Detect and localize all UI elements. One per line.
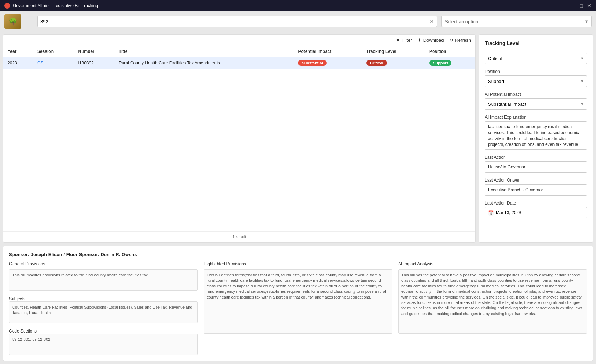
- subjects-text: Counties, Health Care Facilities, Politi…: [9, 301, 198, 323]
- app-icon: [4, 3, 10, 9]
- cell-position: Support: [425, 57, 475, 69]
- col-year: Year: [3, 46, 33, 57]
- highlighted-provisions-label: Highlighted Provisions: [204, 261, 392, 266]
- highlighted-provisions-block: Highlighted Provisions This bill defines…: [204, 261, 392, 355]
- logo: [4, 14, 21, 29]
- last-action-owner-label: Last Action Onwer: [485, 178, 587, 183]
- last-action-date-wrapper: 📅: [485, 207, 587, 218]
- table-row[interactable]: 2023 GS HB0392 Rural County Health Care …: [3, 57, 475, 69]
- app-title: Government Affairs - Legislative Bill Tr…: [13, 3, 568, 8]
- general-provisions-block: General Provisions This bill modifies pr…: [9, 261, 198, 355]
- refresh-label: Refresh: [455, 38, 471, 43]
- ai-impact-explanation-group: AI Impact Explanation facilities tax to …: [485, 115, 587, 150]
- app-container: ✕ Select an option ▼ ▼ Filter ⬇ Download: [0, 11, 596, 364]
- cell-number: HB0392: [74, 57, 114, 69]
- tracking-level-badge: Critical: [366, 60, 387, 66]
- filter-label: Filter: [402, 38, 412, 43]
- cell-tracking-level: Critical: [362, 57, 425, 69]
- last-action-date-label: Last Action Date: [485, 201, 587, 206]
- window-controls: ─ □ ✕: [571, 3, 592, 8]
- logo-area: [4, 14, 33, 29]
- general-provisions-text: This bill modifies provisions related to…: [9, 269, 198, 291]
- data-table: Year Session Number Title Potential Impa…: [3, 46, 475, 69]
- highlighted-provisions-text: This bill defines terms;clarifies that a…: [204, 269, 392, 334]
- last-action-group: Last Action: [485, 155, 587, 173]
- position-group: Position Support Oppose Monitor Neutral …: [485, 69, 587, 87]
- option-select[interactable]: Select an option: [441, 16, 592, 27]
- position-select-wrapper: Support Oppose Monitor Neutral ▼: [485, 75, 587, 87]
- tracking-level-select-wrapper: Critical High Medium Low ▼: [485, 53, 587, 64]
- code-sections-label: Code Sections: [9, 329, 198, 334]
- position-label: Position: [485, 69, 587, 74]
- titlebar: Government Affairs - Legislative Bill Tr…: [0, 0, 596, 11]
- ai-impact-analysis-block: AI Impact Analysis This bill has the pot…: [398, 261, 587, 355]
- option-select-wrapper: Select an option ▼: [441, 16, 592, 27]
- download-button[interactable]: ⬇ Download: [418, 38, 444, 43]
- col-tracking-level: Tracking Level: [362, 46, 425, 57]
- ai-potential-impact-label: AI Potential Impact: [485, 92, 587, 97]
- col-position: Position: [425, 46, 475, 57]
- ai-potential-impact-group: AI Potential Impact Substantial Impact M…: [485, 92, 587, 110]
- last-action-owner-input[interactable]: [485, 184, 587, 196]
- search-clear-button[interactable]: ✕: [430, 19, 434, 24]
- cell-potential-impact: Substantial: [294, 57, 362, 69]
- col-session: Session: [33, 46, 74, 57]
- last-action-date-group: Last Action Date 📅: [485, 201, 587, 218]
- search-box: ✕: [37, 16, 437, 27]
- subjects-block: Subjects Counties, Health Care Facilitie…: [9, 296, 198, 323]
- search-input[interactable]: [40, 19, 430, 24]
- ai-impact-analysis-label: AI Impact Analysis: [398, 261, 587, 266]
- maximize-button[interactable]: □: [579, 3, 584, 8]
- session-link[interactable]: GS: [37, 60, 43, 65]
- refresh-icon: ↻: [449, 38, 453, 43]
- table-header-row: Year Session Number Title Potential Impa…: [3, 46, 475, 57]
- col-title: Title: [114, 46, 294, 57]
- result-count: 1 result: [3, 231, 475, 242]
- potential-impact-badge: Substantial: [298, 60, 326, 66]
- position-select[interactable]: Support Oppose Monitor Neutral: [485, 75, 587, 87]
- filter-button[interactable]: ▼ Filter: [396, 38, 412, 43]
- filter-icon: ▼: [396, 38, 400, 43]
- ai-impact-explanation-label: AI Impact Explanation: [485, 115, 587, 120]
- cell-year: 2023: [3, 57, 33, 69]
- right-panel-title: Tracking Level: [485, 40, 587, 46]
- sponsor-title: Sponsor: Joseph Elison / Floor Sponsor: …: [9, 252, 587, 257]
- ai-potential-impact-select-wrapper: Substantial Impact Moderate Impact Minim…: [485, 98, 587, 110]
- close-button[interactable]: ✕: [587, 3, 592, 8]
- last-action-input[interactable]: [485, 161, 587, 173]
- download-icon: ⬇: [418, 38, 422, 43]
- code-sections-block: Code Sections 59-12-801, 59-12-802: [9, 329, 198, 355]
- last-action-owner-group: Last Action Onwer: [485, 178, 587, 196]
- refresh-button[interactable]: ↻ Refresh: [449, 38, 471, 43]
- calendar-icon: 📅: [488, 210, 494, 216]
- tracking-level-group: Critical High Medium Low ▼: [485, 53, 587, 64]
- content-area: ▼ Filter ⬇ Download ↻ Refresh Year Sess: [0, 31, 596, 246]
- last-action-date-input[interactable]: [496, 210, 584, 215]
- subjects-label: Subjects: [9, 296, 198, 301]
- top-bar: ✕ Select an option ▼: [0, 11, 596, 31]
- cell-session: GS: [33, 57, 74, 69]
- code-sections-text: 59-12-801, 59-12-802: [9, 334, 198, 355]
- col-potential-impact: Potential Impact: [294, 46, 362, 57]
- ai-potential-impact-select[interactable]: Substantial Impact Moderate Impact Minim…: [485, 98, 587, 110]
- provisions-grid: General Provisions This bill modifies pr…: [9, 261, 587, 355]
- col-number: Number: [74, 46, 114, 57]
- minimize-button[interactable]: ─: [571, 3, 576, 8]
- general-provisions-label: General Provisions: [9, 261, 198, 266]
- last-action-label: Last Action: [485, 155, 587, 160]
- position-badge: Support: [429, 60, 451, 66]
- right-panel: Tracking Level Critical High Medium Low …: [479, 34, 593, 243]
- cell-title: Rural County Health Care Facilities Tax …: [114, 57, 294, 69]
- tracking-level-select[interactable]: Critical High Medium Low: [485, 53, 587, 64]
- left-panel: ▼ Filter ⬇ Download ↻ Refresh Year Sess: [3, 34, 476, 243]
- table-toolbar: ▼ Filter ⬇ Download ↻ Refresh: [3, 35, 475, 46]
- ai-impact-analysis-text: This bill has the potential to have a po…: [398, 269, 587, 334]
- bottom-section: Sponsor: Joseph Elison / Floor Sponsor: …: [3, 246, 593, 361]
- download-label: Download: [423, 38, 444, 43]
- ai-impact-explanation-textarea[interactable]: facilities tax to fund emergency rural m…: [485, 121, 587, 150]
